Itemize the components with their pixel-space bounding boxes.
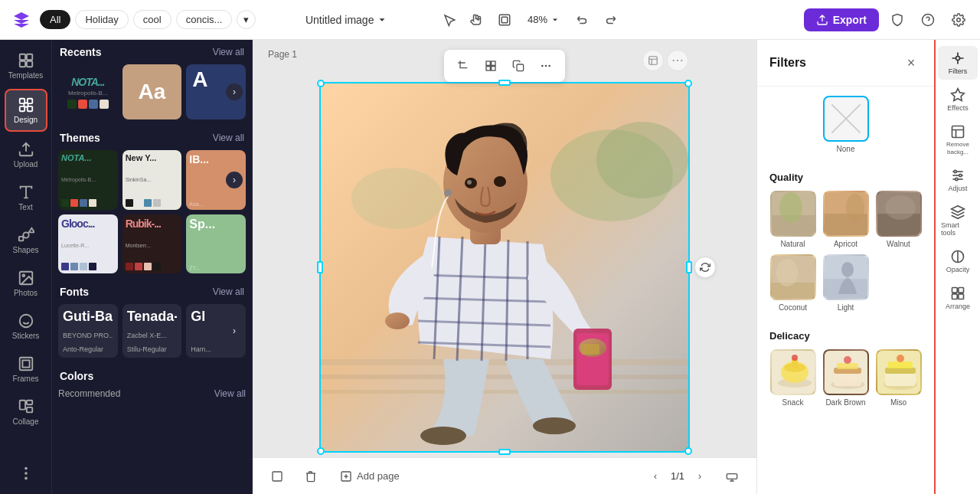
sidebar-item-frames[interactable]: Frames: [5, 349, 47, 389]
resize-handle-bl[interactable]: [317, 447, 325, 455]
filters-none-section: None: [757, 87, 934, 162]
filter-snack[interactable]: Snack: [769, 349, 816, 407]
themes-view-all[interactable]: View all: [213, 132, 244, 143]
right-icon-smart-tools[interactable]: Smart tools: [938, 200, 978, 241]
sidebar-item-shapes[interactable]: Shapes: [5, 221, 47, 260]
svg-point-44: [533, 417, 576, 434]
select-tool[interactable]: [437, 8, 462, 32]
right-icon-arrange[interactable]: Arrange: [938, 281, 978, 315]
right-icon-opacity[interactable]: Opacity: [938, 244, 978, 278]
sidebar-item-design[interactable]: Design: [5, 89, 47, 132]
theme-card-6[interactable]: Sp... ZY...: [186, 214, 246, 274]
document-title[interactable]: Untitled image: [305, 14, 388, 26]
filter-miso[interactable]: Miso: [875, 349, 922, 407]
canvas-image-wrapper[interactable]: ⋯: [319, 82, 690, 453]
hand-tool[interactable]: [465, 8, 489, 32]
svg-point-33: [545, 64, 547, 67]
help-icon-btn[interactable]: [916, 8, 940, 32]
sidebar-item-stickers[interactable]: Stickers: [5, 306, 47, 346]
next-page-button[interactable]: ›: [689, 466, 710, 487]
zoom-control[interactable]: 48%: [520, 11, 567, 28]
fonts-view-all[interactable]: View all: [213, 286, 244, 297]
filter-none[interactable]: None: [769, 96, 922, 153]
right-icon-adjust-label: Adjust: [948, 185, 967, 192]
theme-card-4[interactable]: Glooc... Lucette-R...: [58, 214, 118, 274]
recents-view-all[interactable]: View all: [213, 47, 244, 57]
export-button[interactable]: Export: [804, 8, 879, 31]
filter-light[interactable]: Light: [822, 254, 869, 312]
undo-button[interactable]: [570, 8, 595, 32]
themes-arrow[interactable]: ›: [226, 172, 243, 188]
more-options-button[interactable]: [534, 54, 557, 77]
sidebar-item-more[interactable]: [5, 459, 47, 488]
theme-card-3[interactable]: IB... Asa... ›: [186, 150, 246, 210]
resize-handle-br[interactable]: [684, 447, 692, 455]
font-card-3[interactable]: Gl Ham... ›: [186, 304, 246, 358]
tag-more-button[interactable]: ▾: [237, 10, 256, 29]
tag-all[interactable]: All: [40, 10, 70, 29]
sidebar-item-photos[interactable]: Photos: [5, 263, 47, 303]
page-settings-button[interactable]: [265, 464, 289, 489]
filter-darkbrown[interactable]: Dark Brown: [822, 349, 869, 407]
filter-apricot[interactable]: Apricot: [822, 191, 869, 248]
tag-concise[interactable]: concis...: [176, 10, 233, 29]
recent-card-2[interactable]: Aa: [122, 64, 182, 119]
right-icon-adjust[interactable]: Adjust: [938, 163, 978, 197]
sidebar-item-upload[interactable]: Upload: [5, 135, 47, 175]
svg-point-104: [956, 57, 960, 61]
resize-handle-bm[interactable]: [498, 449, 511, 455]
tag-holiday[interactable]: Holiday: [75, 10, 128, 29]
resize-handle-tm[interactable]: [498, 80, 511, 86]
refresh-button[interactable]: [694, 257, 716, 278]
resize-handle-tl[interactable]: [317, 80, 325, 87]
font-card-2[interactable]: Tenada-... Zacbel X-E... Stilu-Regular: [122, 304, 182, 358]
crop-button[interactable]: [452, 54, 475, 77]
canvas-more-2[interactable]: ⋯: [667, 50, 688, 71]
present-button[interactable]: [720, 464, 744, 489]
copy-button[interactable]: [507, 54, 530, 77]
sidebar-item-collage[interactable]: Collage: [5, 392, 47, 432]
app-logo[interactable]: [9, 8, 34, 32]
colors-view-all[interactable]: View all: [214, 388, 246, 399]
svg-rect-100: [885, 372, 916, 386]
font-card-1[interactable]: Guti-Ba... BEYOND PRO... Anto-Regular: [58, 304, 118, 358]
redo-button[interactable]: [598, 8, 622, 32]
filter-natural[interactable]: Natural: [769, 191, 816, 248]
recents-arrow[interactable]: ›: [226, 83, 243, 100]
sidebar-item-templates[interactable]: Templates: [5, 46, 47, 86]
sidebar-item-text[interactable]: Text: [5, 178, 47, 218]
frame-tool[interactable]: [492, 8, 517, 32]
svg-rect-5: [26, 54, 31, 60]
settings-icon-btn[interactable]: [946, 8, 971, 32]
delete-button[interactable]: [299, 464, 323, 489]
svg-point-13: [23, 232, 28, 237]
add-page-button[interactable]: Add page: [332, 466, 407, 487]
svg-rect-12: [27, 106, 31, 111]
svg-rect-117: [959, 294, 964, 299]
svg-point-24: [25, 468, 27, 469]
filter-walnut[interactable]: Walnut: [875, 191, 922, 248]
canvas-toolbar: [444, 50, 565, 82]
theme-card-5[interactable]: Rubik-... Montserr...: [122, 214, 182, 274]
recent-card-3[interactable]: A ›: [186, 64, 246, 119]
shield-icon-btn[interactable]: [885, 8, 910, 32]
resize-handle-ml[interactable]: [317, 261, 323, 273]
filter-coconut-label: Coconut: [779, 303, 807, 312]
svg-rect-35: [649, 56, 658, 64]
svg-rect-81: [772, 283, 816, 300]
layout-button[interactable]: [479, 54, 502, 77]
right-icon-remove-bg[interactable]: Remove backg...: [938, 119, 978, 160]
fonts-arrow[interactable]: ›: [226, 322, 243, 339]
canvas-more-1[interactable]: [642, 50, 664, 71]
filter-coconut[interactable]: Coconut: [769, 254, 816, 312]
theme-card-2[interactable]: New Y... SinkinSa...: [122, 150, 182, 210]
recent-card-1[interactable]: NOTA... Metropolis-B...: [58, 64, 118, 119]
right-icon-filters[interactable]: Filters: [938, 46, 978, 80]
tag-cool[interactable]: cool: [133, 10, 172, 29]
filters-close-button[interactable]: ×: [900, 52, 922, 74]
resize-handle-mr[interactable]: [686, 261, 692, 273]
right-icon-effects[interactable]: Effects: [938, 83, 978, 116]
theme-card-1[interactable]: NOTA... Metropolis-B...: [58, 150, 118, 210]
resize-handle-tr[interactable]: [684, 80, 692, 87]
prev-page-button[interactable]: ‹: [645, 466, 666, 487]
